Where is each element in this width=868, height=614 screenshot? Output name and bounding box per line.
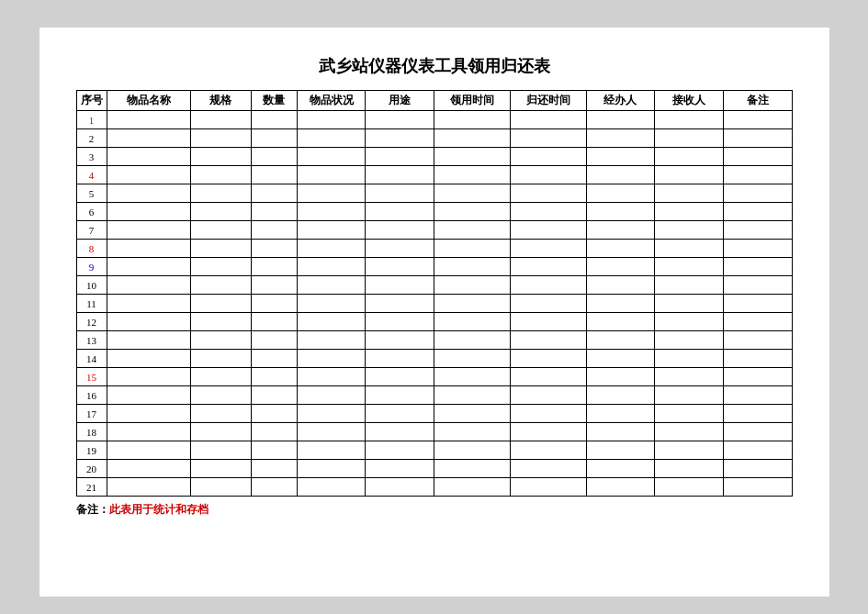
table-cell: [434, 295, 510, 313]
seq-num: 16: [76, 386, 107, 405]
table-cell: [655, 240, 724, 258]
table-cell: [586, 441, 655, 460]
table-cell: [297, 111, 366, 129]
table-cell: [655, 478, 724, 497]
table-cell: [107, 258, 190, 276]
header-cell: 经办人: [586, 91, 655, 111]
table-cell: [297, 331, 366, 350]
table-cell: [190, 331, 251, 350]
table-cell: [510, 478, 586, 497]
table-cell: [510, 441, 586, 460]
table-cell: [510, 111, 586, 129]
seq-num: 13: [76, 331, 107, 350]
table-container: 序号物品名称规格数量物品状况用途领用时间归还时间经办人接收人备注 1234567…: [76, 90, 793, 497]
table-cell: [366, 258, 434, 276]
table-cell: [434, 203, 510, 221]
table-row: 11: [76, 295, 792, 313]
table-cell: [655, 203, 724, 221]
table-cell: [655, 148, 724, 166]
table-cell: [366, 240, 434, 258]
table-cell: [434, 386, 510, 405]
table-cell: [655, 111, 724, 129]
table-cell: [252, 129, 298, 148]
table-cell: [366, 478, 434, 497]
table-cell: [190, 111, 251, 129]
table-cell: [190, 129, 251, 148]
table-cell: [252, 184, 298, 203]
table-cell: [434, 405, 510, 423]
table-cell: [655, 350, 724, 368]
table-cell: [434, 276, 510, 295]
table-cell: [297, 405, 366, 423]
header-row: 序号物品名称规格数量物品状况用途领用时间归还时间经办人接收人备注: [76, 91, 792, 111]
footnote-content: 此表用于统计和存档: [109, 503, 209, 516]
table-cell: [655, 166, 724, 184]
header-cell: 用途: [366, 91, 434, 111]
table-cell: [366, 423, 434, 441]
table-cell: [190, 423, 251, 441]
table-cell: [190, 276, 251, 295]
table-cell: [297, 221, 366, 240]
table-cell: [190, 221, 251, 240]
table-cell: [107, 184, 190, 203]
table-cell: [586, 148, 655, 166]
table-cell: [434, 111, 510, 129]
table-cell: [190, 405, 251, 423]
table-cell: [434, 184, 510, 203]
table-cell: [434, 423, 510, 441]
table-cell: [107, 166, 190, 184]
table-row: 4: [76, 166, 792, 184]
page-title: 武乡站仪器仪表工具领用归还表: [76, 55, 793, 77]
table-cell: [655, 258, 724, 276]
table-cell: [107, 350, 190, 368]
table-cell: [297, 313, 366, 331]
seq-num: 2: [76, 129, 107, 148]
table-cell: [366, 331, 434, 350]
seq-num: 18: [76, 423, 107, 441]
seq-num: 14: [76, 350, 107, 368]
table-row: 3: [76, 148, 792, 166]
table-cell: [107, 441, 190, 460]
table-cell: [586, 111, 655, 129]
table-row: 17: [76, 405, 792, 423]
table-cell: [434, 221, 510, 240]
table-cell: [190, 184, 251, 203]
table-cell: [366, 111, 434, 129]
table-cell: [655, 405, 724, 423]
table-cell: [366, 350, 434, 368]
table-cell: [510, 240, 586, 258]
table-cell: [723, 460, 792, 478]
table-cell: [586, 129, 655, 148]
table-cell: [723, 295, 792, 313]
table-cell: [190, 240, 251, 258]
table-cell: [723, 276, 792, 295]
table-cell: [252, 313, 298, 331]
table-cell: [297, 184, 366, 203]
table-cell: [190, 258, 251, 276]
table-cell: [107, 295, 190, 313]
table-cell: [586, 350, 655, 368]
table-cell: [252, 386, 298, 405]
table-cell: [723, 129, 792, 148]
table-cell: [366, 166, 434, 184]
header-cell: 规格: [190, 91, 251, 111]
table-cell: [586, 368, 655, 386]
table-cell: [723, 240, 792, 258]
table-cell: [510, 203, 586, 221]
table-cell: [297, 258, 366, 276]
table-row: 15: [76, 368, 792, 386]
table-cell: [252, 258, 298, 276]
table-cell: [510, 405, 586, 423]
table-row: 14: [76, 350, 792, 368]
table-row: 16: [76, 386, 792, 405]
table-cell: [366, 148, 434, 166]
seq-num: 4: [76, 166, 107, 184]
table-cell: [434, 331, 510, 350]
table-cell: [510, 350, 586, 368]
table-cell: [723, 166, 792, 184]
table-cell: [723, 405, 792, 423]
footnote: 备注：此表用于统计和存档: [76, 502, 793, 518]
table-cell: [252, 331, 298, 350]
table-cell: [723, 203, 792, 221]
table-cell: [297, 240, 366, 258]
